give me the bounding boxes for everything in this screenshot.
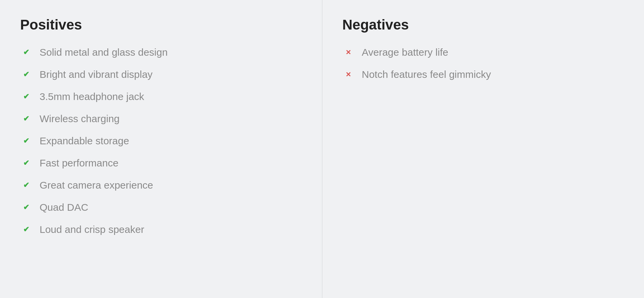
negative-item-text: Average battery life xyxy=(362,47,448,58)
positive-item-text: Expandable storage xyxy=(40,135,129,147)
check-icon: ✔ xyxy=(20,224,32,236)
check-icon: ✔ xyxy=(20,91,32,103)
positive-item: ✔Fast performance xyxy=(20,157,302,169)
positive-item: ✔Loud and crisp speaker xyxy=(20,224,302,236)
check-icon: ✔ xyxy=(20,68,32,81)
x-icon: ✕ xyxy=(342,68,355,81)
positives-list: ✔Solid metal and glass design✔Bright and… xyxy=(20,46,302,236)
positive-item-text: Quad DAC xyxy=(40,202,88,213)
positive-item-text: Bright and vibrant display xyxy=(40,69,153,80)
positive-item: ✔Solid metal and glass design xyxy=(20,46,302,58)
check-icon: ✔ xyxy=(20,135,32,147)
negatives-list: ✕Average battery life✕Notch features fee… xyxy=(342,46,624,81)
positive-item-text: Loud and crisp speaker xyxy=(40,224,144,235)
negative-item-text: Notch features feel gimmicky xyxy=(362,69,491,80)
negative-item: ✕Average battery life xyxy=(342,46,624,58)
positive-item-text: Solid metal and glass design xyxy=(40,47,168,58)
positive-item-text: Fast performance xyxy=(40,157,118,169)
negative-item: ✕Notch features feel gimmicky xyxy=(342,68,624,81)
negatives-title: Negatives xyxy=(342,17,624,33)
positives-title: Positives xyxy=(20,17,302,33)
check-icon: ✔ xyxy=(20,179,32,191)
positive-item: ✔3.5mm headphone jack xyxy=(20,91,302,103)
positive-item: ✔Wireless charging xyxy=(20,113,302,125)
check-icon: ✔ xyxy=(20,157,32,169)
positive-item: ✔Bright and vibrant display xyxy=(20,68,302,81)
positive-item: ✔Great camera experience xyxy=(20,179,302,191)
negatives-column: Negatives ✕Average battery life✕Notch fe… xyxy=(322,0,644,298)
x-icon: ✕ xyxy=(342,46,355,58)
positive-item-text: Wireless charging xyxy=(40,113,119,125)
main-container: Positives ✔Solid metal and glass design✔… xyxy=(0,0,644,298)
positives-column: Positives ✔Solid metal and glass design✔… xyxy=(0,0,322,298)
positive-item-text: 3.5mm headphone jack xyxy=(40,91,144,102)
positive-item: ✔Quad DAC xyxy=(20,201,302,213)
check-icon: ✔ xyxy=(20,113,32,125)
check-icon: ✔ xyxy=(20,201,32,213)
check-icon: ✔ xyxy=(20,46,32,58)
positive-item-text: Great camera experience xyxy=(40,180,153,191)
positive-item: ✔Expandable storage xyxy=(20,135,302,147)
